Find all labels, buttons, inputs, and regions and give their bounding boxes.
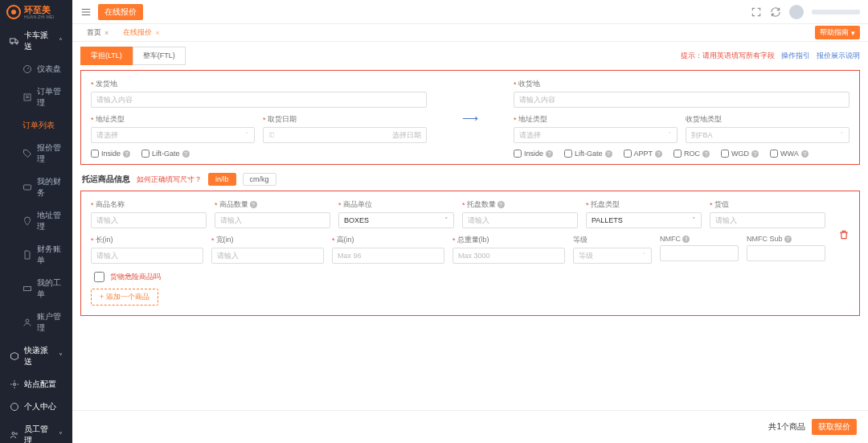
to-inside-checkbox[interactable]: Inside?: [514, 150, 553, 158]
height-input[interactable]: [332, 248, 444, 264]
avatar[interactable]: [789, 5, 804, 19]
nav-finance[interactable]: 我的财务: [0, 170, 72, 204]
nav-group-label: 卡车派送: [24, 30, 54, 52]
help-icon[interactable]: ?: [784, 236, 792, 243]
nav-group-truck[interactable]: 卡车派送 ˄: [0, 24, 72, 58]
from-address-input[interactable]: [91, 92, 427, 108]
chevron-down-icon: ˅: [444, 216, 448, 224]
file-icon: [23, 250, 32, 260]
box-icon: [10, 351, 19, 361]
logo: 环至美 HUAN·ZHI·MEI: [0, 0, 72, 24]
to-roc-checkbox[interactable]: ROC?: [674, 150, 710, 158]
chevron-down-icon: ˅: [668, 131, 672, 139]
nmfc-sub-input[interactable]: [747, 245, 825, 261]
gear-icon: [10, 379, 19, 389]
svg-point-10: [12, 433, 14, 435]
help-icon[interactable]: ?: [655, 150, 662, 158]
refresh-icon[interactable]: [770, 6, 781, 18]
nav-address[interactable]: 地址管理: [0, 204, 72, 238]
help-icon[interactable]: ?: [497, 201, 505, 208]
help-icon[interactable]: ?: [801, 150, 809, 158]
from-addr-type-select[interactable]: 请选择˅: [91, 127, 255, 143]
to-liftgate-checkbox[interactable]: Lift-Gate?: [564, 150, 612, 158]
to-address-input[interactable]: [514, 92, 850, 108]
users-icon: [10, 430, 19, 440]
length-input[interactable]: [91, 248, 203, 264]
goods-unit-select[interactable]: BOXES˅: [338, 212, 454, 228]
help-icon[interactable]: ?: [546, 150, 553, 158]
goods-name-input[interactable]: [91, 212, 207, 228]
fullscreen-icon[interactable]: [751, 6, 762, 18]
unit-inlb-tab[interactable]: in/lb: [208, 173, 236, 186]
goods-warn[interactable]: 如何正确填写尺寸？: [137, 174, 202, 185]
nav-dashboard[interactable]: 仪表盘: [0, 58, 72, 80]
to-appt-checkbox[interactable]: APPT?: [624, 150, 663, 158]
hint-demo[interactable]: 报价展示说明: [817, 51, 860, 61]
close-icon[interactable]: ×: [104, 29, 108, 37]
to-wgd-checkbox[interactable]: WGD?: [721, 150, 759, 158]
sidebar: 环至美 HUAN·ZHI·MEI 卡车派送 ˄ 仪表盘 订单管理 订单列表 报价…: [0, 0, 72, 443]
online-quote-button[interactable]: 在线报价: [98, 4, 143, 20]
menu-icon[interactable]: [80, 6, 92, 18]
hint-guide[interactable]: 操作指引: [781, 51, 810, 61]
help-icon[interactable]: ?: [751, 150, 759, 158]
add-goods-button[interactable]: + 添加一个商品: [91, 289, 158, 306]
chevron-down-icon: ˅: [59, 352, 63, 361]
logo-icon: [6, 5, 21, 19]
nav-group-staff[interactable]: 员工管理˅: [0, 418, 72, 443]
unit-cmkg-tab[interactable]: cm/kg: [243, 173, 276, 186]
pkg-type-select[interactable]: PALLETS˅: [586, 212, 702, 228]
nav-account[interactable]: 账户管理: [0, 306, 72, 339]
nav-group-profile[interactable]: 个人中心: [0, 396, 72, 418]
tab-home[interactable]: 首页×: [80, 26, 115, 39]
addr-type-label: 地址类型: [96, 114, 125, 125]
width-input[interactable]: [211, 248, 324, 264]
help-icon[interactable]: ?: [605, 150, 612, 158]
nav-orders[interactable]: 订单管理: [0, 80, 72, 114]
nav-bills[interactable]: 财务账单: [0, 238, 72, 272]
help-icon[interactable]: ?: [702, 150, 710, 158]
chevron-down-icon: ˅: [642, 252, 646, 260]
goods-section-header: 托运商品信息 如何正确填写尺寸？ in/lb cm/kg: [82, 173, 860, 186]
help-guide-button[interactable]: 帮助指南▾: [815, 26, 860, 39]
tab-quote[interactable]: 在线报价×: [117, 26, 166, 39]
to-addr-type-select[interactable]: 请选择˅: [514, 127, 678, 143]
mode-tab-ltl[interactable]: 零担(LTL): [80, 47, 133, 65]
nav-group-site[interactable]: 站点配置: [0, 373, 72, 396]
nav: 卡车派送 ˄ 仪表盘 订单管理 订单列表 报价管理 我的财务 地址管理 财务账单…: [0, 24, 72, 443]
weight-input[interactable]: [452, 248, 565, 264]
pickup-date-input[interactable]: 🗓选择日期: [263, 127, 427, 143]
hazmat-label[interactable]: 货物危险商品吗: [94, 272, 850, 282]
close-icon[interactable]: ×: [155, 29, 159, 37]
help-icon[interactable]: ?: [682, 236, 690, 243]
help-icon[interactable]: ?: [250, 201, 257, 208]
goods-qty-input[interactable]: [215, 212, 330, 228]
tag-icon: [23, 149, 32, 158]
class-select[interactable]: 等级˅: [573, 248, 652, 264]
from-inside-checkbox[interactable]: Inside?: [91, 150, 130, 158]
calendar-icon: 🗓: [268, 131, 276, 139]
nav-order-list[interactable]: 订单列表: [0, 114, 72, 137]
to-addr-type-label: 地址类型: [518, 114, 547, 125]
delete-icon[interactable]: [838, 229, 850, 240]
nav-tickets[interactable]: 我的工单: [0, 272, 72, 306]
svg-point-8: [14, 384, 16, 386]
goods-panel: *商品名称 *商品数量? *商品单位BOXES˅ *托盘数量? *托盘类型PAL…: [80, 191, 860, 316]
chevron-down-icon: ˅: [692, 216, 696, 224]
from-liftgate-checkbox[interactable]: Lift-Gate?: [141, 150, 190, 158]
help-icon[interactable]: ?: [123, 150, 130, 158]
nav-quotes[interactable]: 报价管理: [0, 137, 72, 170]
chevron-up-icon: ˄: [59, 37, 63, 46]
to-wwa-checkbox[interactable]: WWA?: [770, 150, 809, 158]
dest-type-select[interactable]: 到FBA˅: [686, 127, 850, 143]
pkg-qty-input[interactable]: [462, 212, 578, 228]
help-icon[interactable]: ?: [182, 150, 190, 158]
page-tabs: 首页× 在线报价× 帮助指南▾: [72, 24, 868, 42]
mode-tab-ftl[interactable]: 整车(FTL): [133, 47, 186, 65]
get-quote-button[interactable]: 获取报价: [812, 419, 857, 435]
nav-group-express[interactable]: 快递派送˅: [0, 339, 72, 373]
svg-point-2: [16, 43, 18, 44]
goods-value-input[interactable]: [710, 212, 825, 228]
svg-rect-6: [24, 287, 31, 291]
nmfc-input[interactable]: [660, 245, 739, 261]
